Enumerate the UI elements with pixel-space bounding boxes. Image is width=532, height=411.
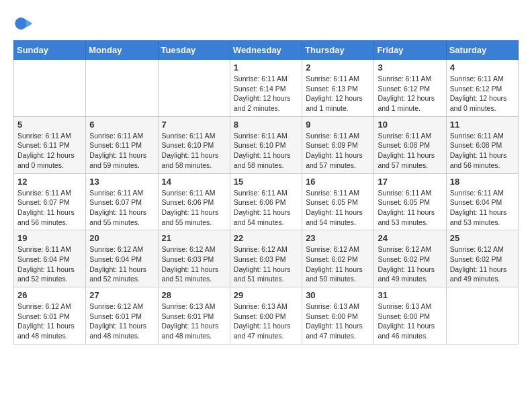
day-info: Sunrise: 6:11 AMSunset: 6:06 PMDaylight:… [162,188,226,228]
daylight-label: Daylight: 11 hours and 48 minutes. [89,322,146,340]
calendar-cell: 26Sunrise: 6:12 AMSunset: 6:01 PMDayligh… [14,287,86,345]
daylight-label: Daylight: 11 hours and 56 minutes. [17,208,75,226]
sunrise-label: Sunrise: 6:11 AM [450,189,504,197]
day-info: Sunrise: 6:13 AMSunset: 6:00 PMDaylight:… [234,302,298,341]
daylight-label: Daylight: 11 hours and 48 minutes. [17,322,75,340]
day-number: 4 [450,62,515,73]
calendar-cell: 11Sunrise: 6:11 AMSunset: 6:08 PMDayligh… [446,116,518,173]
sunset-label: Sunset: 6:06 PM [234,198,286,206]
calendar-cell: 2Sunrise: 6:11 AMSunset: 6:13 PMDaylight… [302,60,374,117]
calendar-cell: 8Sunrise: 6:11 AMSunset: 6:10 PMDaylight… [230,116,302,173]
weekday-header: Thursday [302,41,374,60]
day-info: Sunrise: 6:13 AMSunset: 6:00 PMDaylight:… [306,302,370,341]
day-number: 18 [450,177,515,187]
day-number: 16 [306,177,370,187]
sunrise-label: Sunrise: 6:12 AM [89,245,143,253]
day-info: Sunrise: 6:13 AMSunset: 6:00 PMDaylight:… [378,302,442,341]
calendar-cell: 6Sunrise: 6:11 AMSunset: 6:11 PMDaylight… [86,116,158,173]
daylight-label: Daylight: 11 hours and 47 minutes. [234,322,291,340]
day-info: Sunrise: 6:11 AMSunset: 6:11 PMDaylight:… [17,131,82,171]
calendar-cell: 29Sunrise: 6:13 AMSunset: 6:00 PMDayligh… [230,287,302,345]
sunrise-label: Sunrise: 6:11 AM [89,132,143,140]
calendar-week-row: 26Sunrise: 6:12 AMSunset: 6:01 PMDayligh… [14,287,519,345]
sunrise-label: Sunrise: 6:13 AM [162,302,216,310]
calendar-week-row: 5Sunrise: 6:11 AMSunset: 6:11 PMDaylight… [14,116,519,173]
sunset-label: Sunset: 6:06 PM [162,198,214,206]
sunrise-label: Sunrise: 6:11 AM [234,75,287,83]
sunrise-label: Sunrise: 6:11 AM [378,75,431,83]
calendar-cell: 18Sunrise: 6:11 AMSunset: 6:04 PMDayligh… [446,173,518,230]
day-number: 5 [17,120,82,130]
sunset-label: Sunset: 6:07 PM [17,198,70,206]
sunset-label: Sunset: 6:11 PM [89,141,142,149]
day-info: Sunrise: 6:11 AMSunset: 6:11 PMDaylight:… [89,131,154,171]
day-info: Sunrise: 6:11 AMSunset: 6:07 PMDaylight:… [89,188,154,228]
calendar-cell: 10Sunrise: 6:11 AMSunset: 6:08 PMDayligh… [374,116,446,173]
day-number: 22 [234,233,298,243]
day-number: 12 [17,177,82,187]
sunset-label: Sunset: 6:01 PM [162,312,214,320]
sunset-label: Sunset: 6:05 PM [306,198,358,206]
sunset-label: Sunset: 6:13 PM [306,85,358,93]
sunrise-label: Sunrise: 6:12 AM [89,302,143,310]
calendar-cell: 20Sunrise: 6:12 AMSunset: 6:04 PMDayligh… [86,230,158,287]
calendar-week-row: 12Sunrise: 6:11 AMSunset: 6:07 PMDayligh… [14,173,519,230]
sunset-label: Sunset: 6:00 PM [306,312,358,320]
sunrise-label: Sunrise: 6:11 AM [162,132,216,140]
daylight-label: Daylight: 12 hours and 1 minute. [378,94,435,112]
day-info: Sunrise: 6:11 AMSunset: 6:12 PMDaylight:… [450,74,515,113]
svg-marker-1 [26,19,33,28]
sunset-label: Sunset: 6:14 PM [234,85,286,93]
logo [13,13,36,34]
daylight-label: Daylight: 11 hours and 55 minutes. [89,208,146,226]
day-number: 27 [89,290,154,300]
day-number: 3 [378,62,442,73]
day-number: 24 [378,233,442,243]
weekday-header-row: SundayMondayTuesdayWednesdayThursdayFrid… [14,41,519,60]
calendar-cell: 21Sunrise: 6:12 AMSunset: 6:03 PMDayligh… [158,230,230,287]
day-info: Sunrise: 6:13 AMSunset: 6:01 PMDaylight:… [162,302,226,341]
sunrise-label: Sunrise: 6:11 AM [234,132,287,140]
weekday-header: Tuesday [158,41,230,60]
sunrise-label: Sunrise: 6:11 AM [162,189,216,197]
calendar-cell [446,287,518,345]
day-number: 10 [378,120,442,130]
day-info: Sunrise: 6:11 AMSunset: 6:07 PMDaylight:… [17,188,82,228]
day-info: Sunrise: 6:12 AMSunset: 6:03 PMDaylight:… [234,244,298,284]
sunset-label: Sunset: 6:11 PM [17,141,70,149]
daylight-label: Daylight: 11 hours and 51 minutes. [162,265,219,283]
sunrise-label: Sunrise: 6:11 AM [450,132,504,140]
sunrise-label: Sunrise: 6:12 AM [378,245,431,253]
weekday-header: Sunday [14,41,86,60]
sunrise-label: Sunrise: 6:11 AM [234,189,287,197]
daylight-label: Daylight: 11 hours and 58 minutes. [162,151,219,169]
sunset-label: Sunset: 6:10 PM [234,141,286,149]
daylight-label: Daylight: 11 hours and 49 minutes. [450,265,507,283]
weekday-header: Wednesday [230,41,302,60]
calendar-cell: 13Sunrise: 6:11 AMSunset: 6:07 PMDayligh… [86,173,158,230]
day-number: 28 [162,290,226,300]
day-number: 26 [17,290,82,300]
calendar-cell: 22Sunrise: 6:12 AMSunset: 6:03 PMDayligh… [230,230,302,287]
sunrise-label: Sunrise: 6:11 AM [89,189,143,197]
day-number: 7 [162,120,226,130]
calendar-cell: 25Sunrise: 6:12 AMSunset: 6:02 PMDayligh… [446,230,518,287]
day-number: 25 [450,233,515,243]
sunset-label: Sunset: 6:12 PM [450,85,502,93]
day-info: Sunrise: 6:12 AMSunset: 6:04 PMDaylight:… [89,244,154,284]
day-number: 11 [450,120,515,130]
day-info: Sunrise: 6:11 AMSunset: 6:08 PMDaylight:… [378,131,442,171]
day-info: Sunrise: 6:11 AMSunset: 6:09 PMDaylight:… [306,131,370,171]
svg-point-0 [15,17,27,30]
day-info: Sunrise: 6:12 AMSunset: 6:02 PMDaylight:… [378,244,442,284]
sunrise-label: Sunrise: 6:11 AM [378,189,431,197]
day-info: Sunrise: 6:11 AMSunset: 6:04 PMDaylight:… [450,188,515,228]
calendar-cell: 12Sunrise: 6:11 AMSunset: 6:07 PMDayligh… [14,173,86,230]
day-info: Sunrise: 6:11 AMSunset: 6:12 PMDaylight:… [378,74,442,113]
daylight-label: Daylight: 11 hours and 57 minutes. [306,151,363,169]
sunset-label: Sunset: 6:10 PM [162,141,214,149]
calendar-cell: 31Sunrise: 6:13 AMSunset: 6:00 PMDayligh… [374,287,446,345]
sunrise-label: Sunrise: 6:11 AM [450,75,504,83]
day-number: 31 [378,290,442,300]
sunrise-label: Sunrise: 6:11 AM [17,189,71,197]
